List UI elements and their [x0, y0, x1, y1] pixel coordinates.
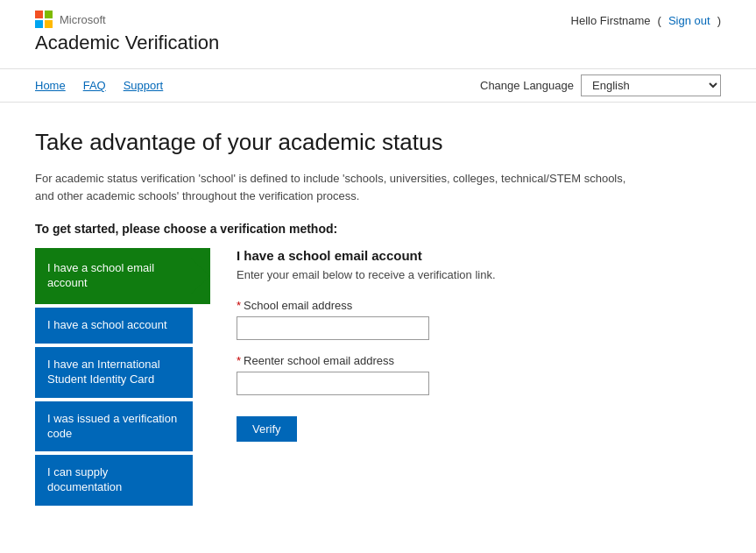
main-description: For academic status verification 'school… [35, 170, 631, 204]
verify-button[interactable]: Verify [237, 416, 297, 442]
microsoft-logo: Microsoft [35, 11, 219, 28]
method-btn-school-account[interactable]: I have a school account [35, 308, 193, 344]
language-select[interactable]: English Spanish French German [581, 74, 721, 96]
verification-layout: I have a school email account I have a s… [35, 248, 718, 506]
sign-out-link[interactable]: Sign out [668, 14, 710, 27]
main-content: Take advantage of your academic status F… [0, 103, 753, 541]
method-btn-school-email[interactable]: I have a school email account [35, 248, 210, 304]
nav-home[interactable]: Home [35, 79, 66, 92]
school-email-input[interactable] [237, 316, 429, 340]
method-prompt: To get started, please choose a verifica… [35, 222, 718, 236]
required-star-1: * [237, 299, 241, 312]
nav-faq[interactable]: FAQ [83, 79, 106, 92]
reenter-email-group: *Reenter school email address [237, 354, 718, 395]
page-title: Academic Verification [35, 32, 219, 54]
header-left: Microsoft Academic Verification [35, 11, 219, 58]
header-right: Hello Firstname ( Sign out ) [571, 14, 721, 27]
panel-subtitle: Enter your email below to receive a veri… [237, 268, 718, 281]
reenter-email-input[interactable] [237, 372, 429, 395]
active-arrow-icon [191, 259, 210, 294]
school-email-label: *School email address [237, 299, 718, 312]
logo-text: Microsoft [60, 13, 106, 26]
greeting-paren-open: ( [658, 14, 661, 27]
nav-support[interactable]: Support [124, 79, 164, 92]
greeting-paren-close: ) [717, 14, 721, 27]
nav-right: Change Language English Spanish French G… [480, 74, 721, 96]
greeting-text: Hello Firstname [571, 14, 651, 27]
main-heading: Take advantage of your academic status [35, 129, 718, 156]
method-btn-verification-code[interactable]: I was issued a verification code [35, 401, 193, 452]
ms-logo-grid [35, 11, 53, 28]
school-email-group: *School email address [237, 299, 718, 340]
reenter-email-label: *Reenter school email address [237, 354, 718, 367]
header: Microsoft Academic Verification Hello Fi… [0, 0, 756, 69]
nav: Home FAQ Support Change Language English… [0, 69, 756, 103]
panel-title: I have a school email account [237, 248, 718, 263]
method-panel: I have a school email account Enter your… [210, 248, 718, 442]
method-buttons: I have a school email account I have a s… [35, 248, 210, 506]
language-label: Change Language [480, 79, 574, 92]
nav-links: Home FAQ Support [35, 79, 163, 92]
method-btn-documentation[interactable]: I can supply documentation [35, 455, 193, 506]
required-star-2: * [237, 354, 241, 367]
method-btn-isic[interactable]: I have an International Student Identity… [35, 347, 193, 398]
